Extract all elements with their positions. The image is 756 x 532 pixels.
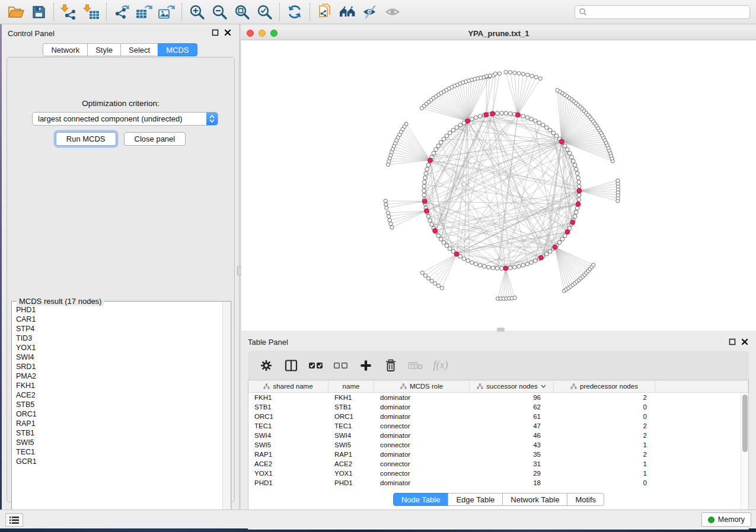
mcds-result-list[interactable]: PHD1CAR1STP4TID3YOX1SWI4SRD1PMA2FKH1ACE2… (12, 305, 222, 521)
close-panel-button[interactable]: Close panel (124, 132, 186, 146)
graph-node[interactable] (474, 262, 478, 266)
mcds-result-item[interactable]: STB5 (12, 400, 222, 409)
graph-node[interactable] (455, 126, 459, 130)
graph-node[interactable] (575, 167, 579, 171)
table-settings-gear-icon[interactable] (256, 355, 276, 376)
mcds-result-item[interactable]: SRD1 (12, 362, 222, 371)
mcds-result-item[interactable]: FKH1 (12, 381, 222, 390)
table-row[interactable]: SWI4SWI4dominator462 (248, 431, 748, 440)
graph-node[interactable] (390, 226, 394, 229)
graph-node[interactable] (517, 72, 521, 75)
run-mcds-button[interactable]: Run MCDS (56, 132, 116, 146)
graph-node[interactable] (422, 184, 426, 188)
mcds-result-item[interactable]: STP4 (12, 324, 222, 334)
graph-node[interactable] (521, 72, 525, 76)
graph-node[interactable] (466, 259, 470, 263)
float-panel-icon[interactable] (212, 29, 219, 36)
graph-node[interactable] (427, 277, 430, 280)
graph-node[interactable] (534, 75, 538, 79)
zoom-out-icon[interactable] (208, 2, 231, 22)
graph-node[interactable] (545, 126, 549, 130)
tab-style[interactable]: Style (87, 43, 121, 56)
mcds-result-item[interactable]: CAR1 (12, 315, 222, 324)
table-row[interactable]: TEC1TEC1connector472 (248, 421, 748, 431)
graph-node[interactable] (560, 237, 564, 241)
graph-node[interactable] (548, 128, 552, 132)
graph-node[interactable] (554, 134, 559, 138)
mcds-result-item[interactable]: SWI5 (12, 438, 222, 447)
graph-node[interactable] (423, 180, 427, 184)
graph-node[interactable] (573, 214, 577, 219)
graph-hub-node[interactable] (576, 202, 580, 207)
hide-selected-icon[interactable] (359, 2, 381, 22)
memory-button[interactable]: Memory (701, 512, 751, 527)
table-scrollbar-thumb[interactable] (742, 395, 748, 452)
network-window-titlebar[interactable]: YPA_prune.txt_1 (241, 27, 756, 40)
graph-node[interactable] (572, 159, 576, 164)
graph-node[interactable] (508, 70, 512, 74)
graph-node[interactable] (576, 176, 580, 180)
table-row[interactable]: ORC1ORC1dominator610 (248, 412, 748, 421)
deselect-all-columns-icon[interactable] (331, 355, 351, 376)
table-row[interactable]: FKH1FKH1dominator962 (248, 393, 748, 402)
graph-node[interactable] (521, 114, 525, 118)
close-panel-icon[interactable] (741, 338, 748, 345)
graph-node[interactable] (570, 155, 574, 159)
graph-node[interactable] (387, 214, 391, 218)
tab-edge-table[interactable]: Edge Table (448, 493, 503, 506)
graph-node[interactable] (462, 257, 466, 261)
graph-node[interactable] (423, 274, 427, 277)
float-panel-icon[interactable] (729, 338, 736, 345)
graph-node[interactable] (384, 199, 387, 203)
graph-node[interactable] (436, 144, 441, 148)
graph-node[interactable] (448, 131, 452, 135)
horizontal-splitter-handle[interactable] (497, 328, 505, 332)
graph-node[interactable] (428, 219, 432, 223)
graph-node[interactable] (525, 116, 529, 120)
graph-node[interactable] (575, 172, 579, 176)
graph-node[interactable] (440, 286, 444, 290)
graph-node[interactable] (557, 241, 562, 245)
graph-hub-node[interactable] (484, 113, 489, 117)
graph-node[interactable] (538, 76, 542, 80)
column-header-name[interactable]: name (328, 380, 374, 392)
graph-node[interactable] (424, 172, 428, 176)
graph-node[interactable] (386, 163, 390, 166)
create-column-icon[interactable] (356, 355, 376, 376)
graph-node[interactable] (483, 264, 487, 268)
graph-node[interactable] (526, 73, 529, 76)
graph-node[interactable] (423, 176, 428, 180)
graph-hub-node[interactable] (565, 230, 570, 235)
graph-node[interactable] (384, 203, 388, 206)
graph-node[interactable] (439, 237, 443, 241)
graph-node[interactable] (430, 223, 434, 227)
graph-node[interactable] (545, 252, 549, 257)
table-row[interactable]: ACE2ACE2connector311 (248, 459, 748, 469)
mcds-result-item[interactable]: PMA2 (12, 371, 222, 381)
graph-node[interactable] (484, 74, 488, 78)
tab-network-table[interactable]: Network Table (502, 493, 567, 506)
graph-node[interactable] (551, 131, 556, 135)
graph-node[interactable] (495, 111, 499, 116)
graph-node[interactable] (563, 234, 567, 238)
first-neighbors-icon[interactable] (336, 2, 359, 22)
mcds-result-item[interactable]: PHD1 (12, 305, 222, 315)
graph-node[interactable] (426, 163, 430, 167)
table-row[interactable]: STB1STB1dominator620 (248, 402, 748, 412)
search-box[interactable] (575, 5, 750, 19)
graph-node[interactable] (500, 111, 504, 116)
graph-hub-node[interactable] (422, 199, 427, 204)
graph-node[interactable] (500, 267, 504, 271)
graph-node[interactable] (541, 123, 545, 127)
graph-node[interactable] (508, 266, 512, 270)
tab-select[interactable]: Select (120, 43, 158, 56)
table-row[interactable]: YOX1YOX1connector291 (248, 469, 748, 478)
graph-node[interactable] (592, 263, 595, 267)
mcds-result-item[interactable]: STB1 (12, 428, 222, 438)
graph-node[interactable] (578, 193, 582, 197)
mcds-result-item[interactable]: SWI4 (12, 352, 222, 362)
graph-node[interactable] (445, 243, 449, 248)
search-input[interactable] (587, 8, 746, 16)
network-canvas[interactable] (241, 40, 756, 331)
graph-node[interactable] (487, 265, 491, 270)
